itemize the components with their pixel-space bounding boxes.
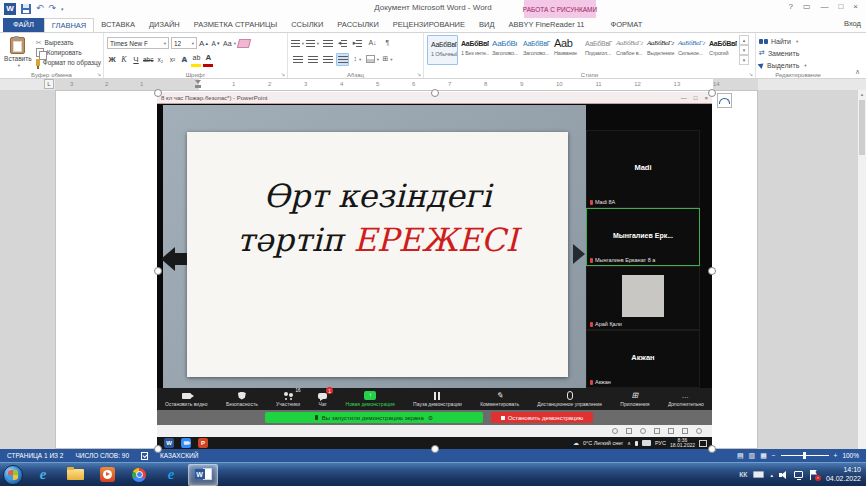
word-count[interactable]: ЧИСЛО СЛОВ: 90 (75, 452, 129, 459)
subscript-button[interactable]: x₂ (155, 53, 165, 66)
close-button[interactable]: × (853, 2, 858, 11)
align-center-button[interactable] (306, 53, 319, 66)
strikethrough-button[interactable]: abc (143, 53, 153, 66)
sign-in-link[interactable]: Вход (844, 19, 861, 28)
tab-design[interactable]: ДИЗАЙН (142, 18, 187, 32)
change-case-button[interactable]: Аа▾ (223, 37, 236, 50)
paste-button[interactable]: Вставить ▾ (3, 35, 33, 69)
zoom-out-button[interactable]: − (772, 452, 776, 459)
selection-handle[interactable] (708, 267, 716, 275)
taskbar-chrome[interactable] (124, 464, 154, 486)
selection-handle[interactable] (154, 89, 162, 97)
language-indicator[interactable]: КАЗАХСКИЙ (160, 452, 198, 459)
format-painter-button[interactable]: Формат по образцу (36, 59, 101, 66)
start-button[interactable] (3, 465, 23, 485)
read-mode-button[interactable]: ▤ (737, 452, 744, 460)
justify-button[interactable] (336, 53, 349, 66)
zoom-in-button[interactable]: + (834, 452, 838, 459)
multilevel-list-button[interactable] (321, 37, 334, 50)
web-layout-button[interactable]: ▦ (760, 452, 767, 460)
speaker-icon[interactable] (779, 471, 788, 479)
styles-gallery-more-button[interactable]: ▾ (739, 55, 749, 65)
tab-references[interactable]: ССЫЛКИ (284, 18, 330, 32)
taskbar-media-player[interactable] (92, 464, 122, 486)
cut-button[interactable]: ✂ Вырезать (36, 39, 101, 46)
taskbar-file-explorer[interactable] (60, 464, 90, 486)
restore-button[interactable]: □ (838, 2, 843, 11)
tab-mailings[interactable]: РАССЫЛКИ (330, 18, 386, 32)
tab-home[interactable]: ГЛАВНАЯ (44, 18, 94, 32)
minimize-button[interactable]: — (820, 2, 828, 11)
copy-button[interactable]: Копировать (36, 48, 101, 57)
scroll-up-arrow[interactable]: ▴ (858, 90, 866, 99)
underline-button[interactable]: Ч (131, 53, 141, 66)
tab-file[interactable]: ФАЙЛ (3, 18, 44, 32)
tray-language-indicator[interactable]: КК (739, 471, 747, 478)
style-intense-emphasis[interactable]: АаБбВвГг Сильное... (675, 35, 706, 65)
taskbar-edge[interactable]: e (156, 464, 186, 486)
selection-handle[interactable] (708, 89, 716, 97)
styles-dialog-launcher[interactable]: ↘ (749, 71, 753, 77)
increase-indent-button[interactable]: ▸ (351, 37, 364, 50)
bold-button[interactable]: Ж (107, 53, 117, 66)
tab-selector[interactable]: L (44, 79, 54, 89)
selection-handle[interactable] (154, 445, 162, 453)
embedded-screenshot-image[interactable]: 8 кл час Пожар.безопас*) - PowerPoint — … (157, 92, 712, 449)
keyboard-icon[interactable] (753, 471, 764, 478)
zoom-level[interactable]: 100% (842, 452, 859, 459)
layout-options-button[interactable] (717, 93, 732, 108)
italic-button[interactable]: К (119, 53, 129, 66)
style-subtitle[interactable]: АаБбВвГ Подзагол... (582, 35, 613, 65)
sort-button[interactable]: А↓ (366, 37, 379, 50)
style-subtle-emphasis[interactable]: АаБбВвГг Слабое в... (613, 35, 644, 65)
find-button[interactable]: Найти ▾ (759, 35, 838, 47)
grow-font-button[interactable]: А▲ (199, 37, 209, 50)
page-indicator[interactable]: СТРАНИЦА 1 ИЗ 2 (7, 452, 63, 459)
style-strong[interactable]: АаБбВвГг, Строгий (706, 35, 737, 65)
style-title[interactable]: Aab Название (551, 35, 582, 65)
proofing-status-icon[interactable] (141, 452, 148, 460)
zoom-slider[interactable] (781, 455, 829, 456)
font-name-select[interactable]: Times New F ▾ (107, 37, 169, 49)
network-icon[interactable] (794, 471, 803, 478)
show-marks-button[interactable]: ¶ (381, 37, 394, 50)
zoom-slider-thumb[interactable] (803, 452, 806, 459)
font-color-button[interactable]: А (203, 51, 213, 67)
style-heading1[interactable]: АаБбВι Заголово... (489, 35, 520, 65)
align-left-button[interactable] (291, 53, 304, 66)
taskbar-word-active[interactable]: W (188, 464, 218, 486)
styles-scroll-up-button[interactable]: ▴ (739, 35, 749, 45)
font-size-select[interactable]: 12 ▾ (171, 37, 197, 49)
line-spacing-button[interactable]: ↕▾ (351, 53, 364, 66)
tab-format[interactable]: ФОРМАТ (604, 18, 650, 32)
shading-button[interactable]: ▾ (366, 53, 379, 66)
style-heading2[interactable]: АаБбВвГ Заголово... (520, 35, 551, 65)
action-center-flag-icon[interactable]: × (809, 470, 818, 480)
clock[interactable]: 14:10 04.02.2022 (826, 466, 861, 483)
styles-scroll-down-button[interactable]: ▾ (739, 45, 749, 55)
superscript-button[interactable]: x² (167, 53, 177, 66)
clear-formatting-icon[interactable] (237, 39, 251, 48)
scrollbar-thumb[interactable] (859, 100, 865, 155)
decrease-indent-button[interactable]: ◂ (336, 37, 349, 50)
selection-handle[interactable] (431, 445, 439, 453)
paragraph-dialog-launcher[interactable]: ↘ (417, 71, 421, 77)
tab-review[interactable]: РЕЦЕНЗИРОВАНИЕ (386, 18, 472, 32)
style-no-spacing[interactable]: АаБбВвГг, 1 Без инте... (458, 35, 489, 65)
tab-insert[interactable]: ВСТАВКА (94, 18, 142, 32)
tab-abbyy[interactable]: ABBYY FineReader 11 (501, 18, 591, 32)
show-hidden-icons-button[interactable]: ▴ (770, 472, 773, 478)
align-right-button[interactable] (321, 53, 334, 66)
bullets-button[interactable]: ▾ (291, 37, 304, 50)
style-normal[interactable]: АаБбВвГг, 1 Обычный (427, 35, 458, 65)
highlight-color-button[interactable]: ab (191, 51, 201, 67)
taskbar-internet-explorer[interactable]: e (28, 464, 58, 486)
vertical-scrollbar[interactable]: ▴ (858, 90, 866, 449)
replace-button[interactable]: ⇄ Заменить (759, 47, 838, 59)
text-effects-button[interactable]: А (179, 53, 189, 66)
indent-marker[interactable] (195, 80, 202, 89)
collapse-ribbon-button[interactable]: ∧ (855, 68, 860, 76)
shrink-font-button[interactable]: А▼ (211, 37, 221, 50)
style-emphasis[interactable]: АаБбВвГг Выделение (644, 35, 675, 65)
selection-handle[interactable] (154, 267, 162, 275)
